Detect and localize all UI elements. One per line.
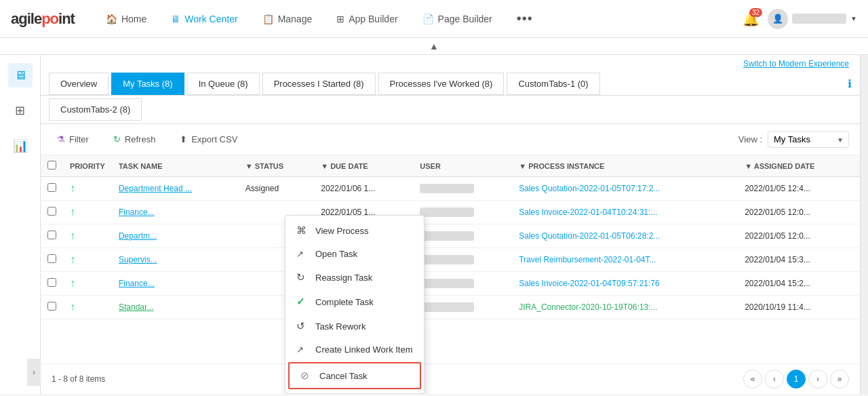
tab-customtabs1[interactable]: CustomTabs-1 (0) [507, 73, 599, 95]
row-priority: ↑ [63, 296, 112, 319]
tab-processworked[interactable]: Processes I've Worked (8) [378, 73, 505, 95]
row-checkbox-1[interactable] [47, 207, 56, 216]
sidebar-item-chart[interactable]: 📊 [8, 134, 33, 158]
row-checkbox-2[interactable] [47, 231, 56, 239]
logo-text: agilepoint [11, 10, 75, 28]
status-value: Assigned [245, 184, 279, 193]
modern-experience-link[interactable]: Switch to Modern Experience [41, 55, 860, 73]
chart-sidebar-icon: 📊 [13, 138, 28, 153]
menu-item-view-process[interactable]: ⌘ View Process [285, 218, 424, 243]
tab-overview[interactable]: Overview [49, 73, 108, 95]
notification-badge: 32 [749, 8, 762, 17]
nav-workcenter[interactable]: 🖥 Work Center [161, 8, 247, 30]
pagination-prev[interactable]: ‹ [765, 370, 784, 389]
row-assigneddate: 2022/01/04 15:3... [738, 248, 860, 272]
nav-right: 🔔 32 👤 ▼ [743, 9, 857, 29]
row-status: Assigned [239, 177, 314, 201]
process-instance-link[interactable]: Travel Reimbursement-2022-01-04T... [519, 255, 656, 264]
open-task-icon: ↗ [296, 249, 309, 259]
toolbar: ⚗ Filter ↻ Refresh ⬆ Export CSV View : M… [41, 124, 860, 155]
row-checkbox-3[interactable] [47, 254, 56, 263]
assigneddate-value: 2022/01/05 12:4... [745, 184, 810, 193]
row-user [413, 177, 512, 201]
process-instance-link[interactable]: JIRA_Connector-2020-10-19T06:13:... [519, 302, 657, 312]
process-instance-link[interactable]: Sales Invoice-2022-01-04T09:57:21:76 [519, 279, 659, 288]
pagination: « ‹ 1 › » [743, 370, 849, 389]
export-button[interactable]: ⬆ Export CSV [174, 132, 243, 147]
task-name-link[interactable]: Supervis... [119, 255, 157, 264]
col-user: USER [413, 155, 512, 177]
row-taskname: Supervis... [112, 248, 239, 272]
row-checkbox-0[interactable] [47, 183, 56, 192]
user-value [420, 302, 474, 312]
menu-item-task-rework[interactable]: ↺ Task Rework [285, 314, 424, 338]
col-duedate: ▼ DUE DATE [314, 155, 413, 177]
nav-manage[interactable]: 📋 Manage [253, 8, 322, 30]
tab-processstarted[interactable]: Processes I Started (8) [262, 73, 376, 95]
pagination-first[interactable]: « [743, 370, 762, 389]
row-user [413, 248, 512, 272]
process-instance-link[interactable]: Sales Invoice-2022-01-04T10:24:31:... [519, 207, 657, 217]
notification-button[interactable]: 🔔 32 [743, 11, 760, 27]
nav-pagebuilder[interactable]: 📄 Page Builder [413, 8, 502, 30]
nav-more[interactable]: ••• [507, 5, 542, 32]
nav-home[interactable]: 🏠 Home [96, 8, 156, 30]
collapse-bar: ▲ [0, 38, 868, 55]
collapse-button[interactable]: ▲ [429, 41, 439, 52]
assigneddate-value: 2022/01/04 15:3... [745, 255, 810, 264]
task-name-link[interactable]: Departm... [119, 231, 157, 241]
menu-item-cancel-task[interactable]: ⊘ Cancel Task [288, 362, 421, 389]
refresh-button[interactable]: ↻ Refresh [108, 132, 161, 147]
process-instance-link[interactable]: Sales Quotation-2022-01-05T07:17:2... [519, 184, 660, 193]
priority-icon: ↑ [70, 230, 75, 241]
task-name-link[interactable]: Finance... [119, 207, 155, 217]
user-value [420, 207, 474, 217]
row-process: Travel Reimbursement-2022-01-04T... [512, 248, 738, 272]
sidebar-item-monitor[interactable]: 🖥 [8, 63, 33, 87]
context-menu: ⌘ View Process ↗ Open Task ↻ Reassign Ta… [285, 215, 425, 394]
tab-inqueue[interactable]: In Queue (8) [187, 73, 260, 95]
menu-item-create-linked[interactable]: ↗ Create Linked Work Item [285, 338, 424, 361]
menu-item-open-task[interactable]: ↗ Open Task [285, 243, 424, 265]
row-assigneddate: 2022/01/05 12:0... [738, 224, 860, 248]
row-checkbox-4[interactable] [47, 278, 56, 287]
task-name-link[interactable]: Finance... [119, 279, 155, 288]
tab-info-icon[interactable]: ℹ [848, 77, 852, 90]
nav-appbuilder[interactable]: ⊞ App Builder [327, 8, 407, 30]
pagination-next[interactable]: › [808, 370, 827, 389]
filter-button[interactable]: ⚗ Filter [52, 132, 94, 147]
user-menu[interactable]: 👤 ▼ [768, 9, 857, 29]
row-taskname: Finance... [112, 272, 239, 296]
sidebar-expand-button[interactable]: › [27, 359, 41, 386]
user-avatar: 👤 [768, 9, 788, 29]
view-select[interactable]: My Tasks All Tasks [768, 131, 849, 148]
priority-icon: ↑ [70, 206, 75, 218]
sidebar-item-grid[interactable]: ⊞ [8, 98, 33, 123]
process-instance-link[interactable]: Sales Quotation-2022-01-05T06:28:2... [519, 231, 660, 241]
tabs-row: Overview My Tasks (8) In Queue (8) Proce… [41, 73, 860, 96]
pagination-last[interactable]: » [830, 370, 849, 389]
priority-icon: ↑ [70, 182, 75, 194]
row-assigneddate: 2020/10/19 11:4... [738, 296, 860, 319]
tasks-table: PRIORITY TASK NAME ▼ STATUS ▼ DUE DATE U… [41, 155, 860, 319]
task-name-link[interactable]: Department Head ... [119, 184, 192, 193]
select-all-checkbox[interactable] [47, 161, 56, 170]
row-checkbox-5[interactable] [47, 302, 56, 311]
col-processinstance: ▼ PROCESS INSTANCE [512, 155, 738, 177]
row-priority: ↑ [63, 272, 112, 296]
tab-mytasks[interactable]: My Tasks (8) [111, 73, 184, 95]
row-taskname: Finance... [112, 201, 239, 224]
row-assigneddate: 2022/01/05 12:0... [738, 201, 860, 224]
refresh-icon: ↻ [113, 134, 121, 144]
row-priority: ↑ [63, 201, 112, 224]
pagination-current[interactable]: 1 [787, 370, 806, 389]
menu-item-reassign-task[interactable]: ↻ Reassign Task [285, 265, 424, 290]
right-scrollbar[interactable] [860, 55, 868, 394]
col-check [41, 155, 63, 177]
table-header-row: PRIORITY TASK NAME ▼ STATUS ▼ DUE DATE U… [41, 155, 860, 177]
menu-item-complete-task[interactable]: ✓ Complete Task [285, 290, 424, 314]
tab-customtabs2[interactable]: CustomTabs-2 (8) [49, 98, 142, 121]
table-row: ↑ Finance... 2022/01/05 1... Sales Invoi… [41, 201, 860, 224]
task-name-link[interactable]: Standar... [119, 302, 153, 312]
export-icon: ⬆ [180, 134, 187, 144]
